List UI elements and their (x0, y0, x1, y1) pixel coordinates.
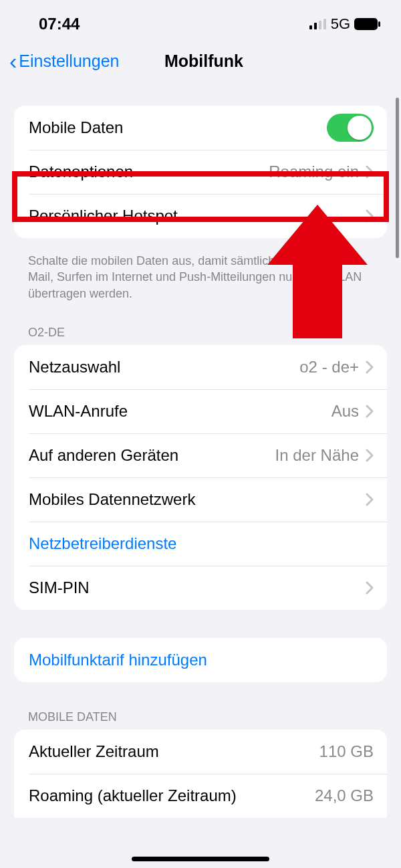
roaming-period-row: Roaming (aktueller Zeitraum) 24,0 GB (14, 774, 387, 818)
carrier-services-row[interactable]: Netzbetreiberdienste (14, 522, 387, 566)
chevron-right-icon (366, 449, 374, 462)
network-selection-label: Netzauswahl (29, 358, 299, 376)
battery-icon (354, 18, 381, 30)
chevron-right-icon (366, 405, 374, 418)
mobile-data-network-row[interactable]: Mobiles Datennetzwerk (14, 477, 387, 522)
page-title: Mobilfunk (164, 51, 243, 71)
network-selection-row[interactable]: Netzauswahl o2 - de+ (14, 345, 387, 389)
current-period-value: 110 GB (319, 742, 374, 761)
svg-rect-1 (314, 23, 317, 29)
add-plan-group: Mobilfunktarif hinzufügen (14, 638, 387, 682)
mobile-data-label: Mobile Daten (29, 118, 327, 137)
data-options-label: Datenoptionen (29, 162, 269, 181)
current-period-label: Aktueller Zeitraum (29, 742, 319, 761)
svg-rect-5 (378, 21, 380, 27)
svg-rect-0 (309, 25, 312, 29)
add-plan-row[interactable]: Mobilfunktarif hinzufügen (14, 638, 387, 682)
chevron-right-icon (366, 165, 374, 179)
svg-rect-2 (319, 21, 321, 29)
mobile-data-group: Mobile Daten Datenoptionen Roaming ein P… (14, 106, 387, 238)
current-period-row: Aktueller Zeitraum 110 GB (14, 730, 387, 774)
wlan-calls-label: WLAN-Anrufe (29, 402, 331, 421)
wlan-calls-detail: Aus (331, 402, 359, 421)
carrier-header: O2-DE (14, 326, 387, 345)
other-devices-label: Auf anderen Geräten (29, 446, 275, 465)
home-indicator (132, 857, 269, 861)
mobile-data-network-label: Mobiles Datennetzwerk (29, 490, 366, 509)
carrier-services-label: Netzbetreiberdienste (29, 534, 374, 553)
nav-bar: ‹ Einstellungen Mobilfunk (0, 39, 401, 83)
other-devices-row[interactable]: Auf anderen Geräten In der Nähe (14, 433, 387, 477)
sim-pin-row[interactable]: SIM-PIN (14, 566, 387, 610)
chevron-left-icon: ‹ (9, 49, 17, 72)
chevron-right-icon (366, 209, 374, 223)
back-label: Einstellungen (19, 51, 119, 71)
mobile-data-usage-header: MOBILE DATEN (14, 710, 387, 730)
roaming-period-value: 24,0 GB (315, 786, 374, 805)
scroll-indicator (396, 98, 399, 258)
chevron-right-icon (366, 493, 374, 506)
wlan-calls-row[interactable]: WLAN-Anrufe Aus (14, 389, 387, 433)
back-button[interactable]: ‹ Einstellungen (9, 49, 119, 72)
mobile-data-toggle[interactable] (327, 114, 374, 142)
data-options-detail: Roaming ein (269, 162, 359, 181)
mobile-data-row[interactable]: Mobile Daten (14, 106, 387, 150)
mobile-data-footer: Schalte die mobilen Daten aus, damit säm… (14, 247, 387, 302)
add-plan-label: Mobilfunktarif hinzufügen (29, 651, 374, 669)
status-bar: 07:44 5G (0, 0, 401, 39)
cellular-signal-icon (309, 19, 327, 29)
network-type: 5G (331, 15, 350, 33)
other-devices-detail: In der Nähe (275, 446, 359, 465)
status-time: 07:44 (39, 15, 80, 33)
mobile-data-usage-group: Aktueller Zeitraum 110 GB Roaming (aktue… (14, 730, 387, 818)
chevron-right-icon (366, 581, 374, 594)
roaming-period-label: Roaming (aktueller Zeitraum) (29, 786, 315, 805)
chevron-right-icon (366, 360, 374, 374)
svg-rect-3 (323, 19, 326, 29)
sim-pin-label: SIM-PIN (29, 578, 366, 597)
svg-rect-4 (354, 18, 378, 30)
personal-hotspot-label: Persönlicher Hotspot (29, 207, 359, 225)
personal-hotspot-row[interactable]: Persönlicher Hotspot (14, 194, 387, 238)
network-selection-detail: o2 - de+ (299, 358, 359, 376)
status-indicators: 5G (309, 15, 381, 33)
data-options-row[interactable]: Datenoptionen Roaming ein (14, 150, 387, 194)
carrier-group: Netzauswahl o2 - de+ WLAN-Anrufe Aus Auf… (14, 345, 387, 610)
